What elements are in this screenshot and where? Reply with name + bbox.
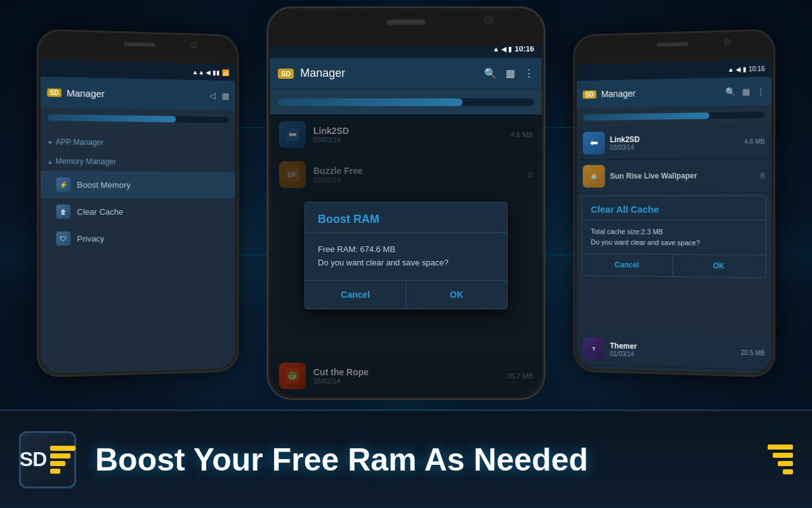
wifi-icon: ◀ [501, 45, 506, 53]
right-modal-ok[interactable]: OK [672, 255, 765, 277]
right-modal-cancel[interactable]: Cancel [582, 254, 673, 276]
left-logo: SD [47, 88, 61, 97]
right-app-link2sd[interactable]: Link2SD 03/03/14 4.6 MB [577, 124, 771, 160]
right-time: 10:16 [749, 65, 765, 72]
left-app-bar: SD Manager ◁ ▦ [41, 77, 235, 111]
right-themer-size: 20.5 MB [741, 349, 765, 356]
left-nav-boost-memory[interactable]: ⚡ Boost Memory [41, 171, 235, 198]
center-progress-area [270, 90, 542, 115]
right-app-themer[interactable]: T Themer 01/03/14 20.5 MB [577, 332, 771, 371]
sd-logo-text: SD [20, 448, 46, 471]
right-status-icons: ▲ ◀ ▮ [728, 65, 747, 73]
left-app-title: Manager [67, 87, 205, 100]
signal-icon: ▲ [492, 45, 499, 53]
right-logo: SD [583, 90, 596, 98]
sd-logo-bars [50, 446, 75, 474]
right-app-title: Manager [601, 87, 721, 100]
center-modal-body: Free RAM: 674.6 MB Do you want clear and… [305, 233, 507, 280]
left-privacy-icon: 🛡 [56, 232, 70, 246]
battery-icon: ▮ [508, 45, 512, 53]
left-back-icon[interactable]: ◁ [209, 91, 216, 100]
center-app-bar: SD Manager 🔍 ▦ ⋮ [270, 58, 542, 90]
right-modal-line2: Do you want clear and save space? [591, 237, 756, 248]
right-app-sun[interactable]: 🌅 Sun Rise Live Wallpaper B [577, 159, 771, 193]
center-logo: SD [278, 69, 294, 79]
left-phone-screen: ▲▲ ◀ ▮▮ 📶 SD Manager ◁ ▦ ▾ [41, 60, 235, 373]
right-app-list: Link2SD 03/03/14 4.6 MB 🌅 Sun Rise Live … [577, 124, 771, 193]
center-phone-screen: ▲ ◀ ▮ 10:16 SD Manager 🔍 ▦ ⋮ [270, 40, 542, 396]
right-phone-screen: ▲ ◀ ▮ 10:16 SD Manager 🔍 ▦ ⋮ [577, 60, 771, 373]
right-modal-body: Total cache size:2.3 MB Do you want clea… [582, 220, 766, 255]
center-status-icons: ▲ ◀ ▮ [492, 45, 512, 53]
sd-bar-1 [50, 446, 75, 451]
left-sidebar-nav: ▾ APP Manager ▴ Memory Manager ⚡ Boost M… [41, 127, 235, 257]
sd-bar-r3 [778, 461, 793, 466]
right-sun-size: B [761, 172, 765, 179]
left-nav-privacy[interactable]: 🛡 Privacy [41, 224, 235, 252]
sd-logo-inner: SD [20, 446, 75, 474]
right-phone: ▲ ◀ ▮ 10:16 SD Manager 🔍 ▦ ⋮ [573, 29, 775, 378]
banner-title: Boost Your Free Ram As Needed [95, 441, 588, 478]
sd-bar-2 [50, 453, 70, 458]
right-sun-info: Sun Rise Live Wallpaper [610, 171, 755, 180]
right-phone-speaker [657, 42, 688, 46]
center-search-icon[interactable]: 🔍 [484, 67, 497, 79]
left-cache-label: Clear Cache [77, 207, 123, 217]
right-link2sd-size: 4.6 MB [744, 138, 764, 145]
center-modal-title: Boost RAM [305, 203, 507, 233]
left-nav-app-manager-label: APP Manager [56, 138, 104, 147]
sd-bar-r1 [768, 444, 793, 450]
left-cache-icon: 🗑 [56, 204, 70, 218]
left-progress-fill [47, 114, 176, 123]
right-link2sd-icon [583, 131, 605, 154]
right-phone-camera [724, 38, 731, 45]
left-header-icons: ◁ ▦ [209, 91, 229, 100]
right-link2sd-info: Link2SD 03/03/14 [610, 133, 739, 150]
left-nav-clear-cache[interactable]: 🗑 Clear Cache [41, 198, 235, 225]
center-modal-line1: Free RAM: 674.6 MB [318, 243, 494, 257]
right-search-icon[interactable]: 🔍 [725, 87, 735, 97]
center-modal-actions: Cancel OK [305, 280, 507, 309]
center-status-bar: ▲ ◀ ▮ 10:16 [270, 40, 542, 58]
left-boost-label: Boost Memory [77, 180, 131, 189]
center-progress-fill [278, 98, 462, 106]
left-boost-icon: ⚡ [56, 177, 70, 191]
left-status-icons: ▲▲ ◀ ▮▮ 📶 [192, 68, 229, 76]
left-nav-section-app[interactable]: ▾ APP Manager [41, 132, 235, 153]
right-progress-track [583, 112, 765, 121]
right-modal-line1: Total cache size:2.3 MB [591, 226, 756, 237]
center-phone: ▲ ◀ ▮ 10:16 SD Manager 🔍 ▦ ⋮ [266, 6, 546, 400]
center-modal-line2: Do you want clear and save space? [318, 257, 494, 270]
sd-bar-3 [50, 461, 65, 466]
right-modal: Clear All Cache Total cache size:2.3 MB … [582, 196, 766, 278]
center-modal: Boost RAM Free RAM: 674.6 MB Do you want… [304, 202, 508, 309]
center-grid-icon[interactable]: ▦ [506, 67, 515, 79]
right-sun-icon: 🌅 [583, 165, 605, 188]
bottom-banner: SD Boost Your Free Ram As Needed [0, 410, 812, 508]
right-app-list-bottom: T Themer 01/03/14 20.5 MB [577, 332, 771, 371]
center-time: 10:16 [514, 44, 534, 53]
left-privacy-label: Privacy [77, 234, 104, 243]
center-modal-cancel[interactable]: Cancel [305, 281, 407, 309]
center-modal-overlay: Boost RAM Free RAM: 674.6 MB Do you want… [270, 115, 542, 396]
center-menu-icon[interactable]: ⋮ [524, 67, 534, 79]
sd-bars-right [768, 444, 793, 474]
right-link2sd-date: 03/03/14 [610, 142, 739, 150]
left-nav-arrow-app: ▾ [48, 138, 51, 145]
left-nav-memory-manager-label: Memory Manager [56, 157, 116, 166]
sd-logo: SD [19, 431, 76, 488]
left-grid-icon[interactable]: ▦ [222, 91, 230, 100]
right-menu-icon[interactable]: ⋮ [756, 86, 764, 96]
left-progress-track [47, 114, 229, 123]
center-app-title: Manager [300, 67, 478, 80]
phones-area: ▲▲ ◀ ▮▮ 📶 SD Manager ◁ ▦ ▾ [0, 0, 812, 410]
right-sun-name: Sun Rise Live Wallpaper [610, 171, 755, 180]
right-bar-icons: 🔍 ▦ ⋮ [725, 86, 764, 97]
right-themer-info: Themer 01/03/14 [610, 341, 735, 360]
right-app-bar: SD Manager 🔍 ▦ ⋮ [577, 77, 771, 109]
sd-bar-r4 [783, 469, 793, 474]
left-phone: ▲▲ ◀ ▮▮ 📶 SD Manager ◁ ▦ ▾ [37, 29, 239, 378]
left-nav-section-memory[interactable]: ▴ Memory Manager [41, 152, 235, 172]
center-modal-ok[interactable]: OK [407, 281, 508, 309]
right-grid-icon[interactable]: ▦ [742, 86, 750, 96]
